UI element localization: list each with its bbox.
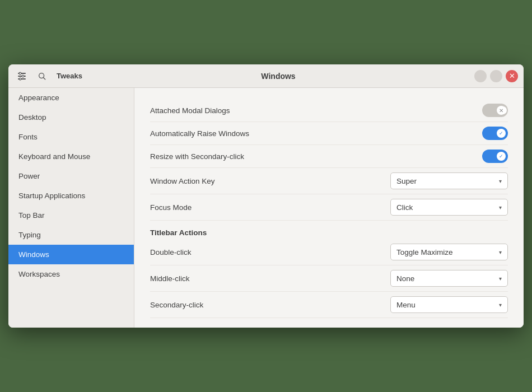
- toggle-check-icon: ✓: [497, 129, 506, 138]
- chevron-down-icon: ▾: [499, 178, 502, 184]
- section-header-titlebar-buttons: Titlebar Buttons: [150, 318, 508, 328]
- main-content: Attached Modal Dialogs ✕ Automatically R…: [134, 88, 524, 328]
- chevron-down-icon4: ▾: [499, 276, 502, 282]
- dropdown-value-window-action-key: Super: [396, 177, 417, 185]
- setting-label-middle-click: Middle-click: [150, 274, 190, 283]
- titlebar: Tweaks Windows – ⤢ ✕: [8, 64, 524, 88]
- setting-row-attached-modal-dialogs: Attached Modal Dialogs ✕: [150, 99, 508, 122]
- sidebar-item-startup-applications[interactable]: Startup Applications: [8, 186, 134, 206]
- setting-label-window-action-key: Window Action Key: [150, 177, 215, 185]
- app-window: Tweaks Windows – ⤢ ✕ Appearance Desktop …: [8, 64, 524, 328]
- chevron-down-icon2: ▾: [499, 204, 502, 211]
- setting-label-resize-secondary: Resize with Secondary-click: [150, 152, 244, 161]
- sidebar-item-top-bar[interactable]: Top Bar: [8, 206, 134, 225]
- sidebar-item-workspaces[interactable]: Workspaces: [8, 264, 134, 284]
- dropdown-middle-click[interactable]: None ▾: [390, 270, 508, 287]
- setting-label-focus-mode: Focus Mode: [150, 203, 192, 212]
- content-area: Appearance Desktop Fonts Keyboard and Mo…: [8, 88, 524, 328]
- setting-label-auto-raise: Automatically Raise Windows: [150, 129, 249, 138]
- tweaks-icon[interactable]: [14, 68, 30, 84]
- setting-label-attached-modal-dialogs: Attached Modal Dialogs: [150, 106, 230, 115]
- titlebar-controls: – ⤢ ✕: [474, 70, 518, 82]
- sidebar: Appearance Desktop Fonts Keyboard and Mo…: [8, 88, 134, 328]
- dropdown-value-focus-mode: Click: [396, 203, 413, 212]
- setting-label-secondary-click: Secondary-click: [150, 301, 203, 309]
- dropdown-window-action-key[interactable]: Super ▾: [390, 172, 508, 189]
- dropdown-value-secondary-click: Menu: [396, 301, 416, 309]
- sidebar-item-fonts[interactable]: Fonts: [8, 127, 134, 147]
- titlebar-title: Windows: [82, 72, 474, 81]
- setting-row-focus-mode: Focus Mode Click ▾: [150, 194, 508, 221]
- svg-point-4: [22, 75, 24, 77]
- toggle-auto-raise[interactable]: ✓: [482, 127, 508, 140]
- minimize-button[interactable]: –: [474, 70, 487, 82]
- dropdown-double-click[interactable]: Toggle Maximize ▾: [390, 244, 508, 260]
- section-header-titlebar-actions: Titlebar Actions: [150, 221, 508, 239]
- dropdown-secondary-click[interactable]: Menu ▾: [390, 296, 508, 313]
- toggle-attached-modal-dialogs[interactable]: ✕: [482, 104, 508, 117]
- dropdown-focus-mode[interactable]: Click ▾: [390, 199, 508, 216]
- toggle-x-icon: ✕: [497, 106, 506, 115]
- sidebar-item-appearance[interactable]: Appearance: [8, 88, 134, 108]
- setting-row-double-click: Double-click Toggle Maximize ▾: [150, 239, 508, 265]
- svg-line-7: [44, 77, 45, 79]
- search-button[interactable]: [34, 68, 50, 84]
- sidebar-item-typing[interactable]: Typing: [8, 225, 134, 245]
- setting-row-middle-click: Middle-click None ▾: [150, 265, 508, 292]
- titlebar-left: Tweaks: [14, 68, 82, 84]
- dropdown-value-double-click: Toggle Maximize: [396, 248, 453, 256]
- tweaks-label: Tweaks: [57, 72, 82, 80]
- setting-row-secondary-click: Secondary-click Menu ▾: [150, 292, 508, 318]
- toggle-check-icon2: ✓: [497, 152, 506, 161]
- sidebar-item-desktop[interactable]: Desktop: [8, 108, 134, 127]
- sidebar-item-windows[interactable]: Windows: [8, 245, 134, 264]
- sidebar-item-power[interactable]: Power: [8, 166, 134, 186]
- setting-row-auto-raise: Automatically Raise Windows ✓: [150, 122, 508, 145]
- svg-point-3: [19, 72, 21, 74]
- svg-point-5: [19, 78, 21, 80]
- toggle-resize-secondary[interactable]: ✓: [482, 150, 508, 163]
- dropdown-value-middle-click: None: [396, 274, 414, 283]
- chevron-down-icon5: ▾: [499, 302, 502, 308]
- close-button[interactable]: ✕: [506, 70, 518, 82]
- sidebar-item-keyboard-and-mouse[interactable]: Keyboard and Mouse: [8, 147, 134, 166]
- setting-label-double-click: Double-click: [150, 248, 192, 256]
- chevron-down-icon3: ▾: [499, 249, 502, 255]
- setting-row-resize-secondary: Resize with Secondary-click ✓: [150, 145, 508, 168]
- maximize-button[interactable]: ⤢: [490, 70, 502, 82]
- setting-row-window-action-key: Window Action Key Super ▾: [150, 168, 508, 194]
